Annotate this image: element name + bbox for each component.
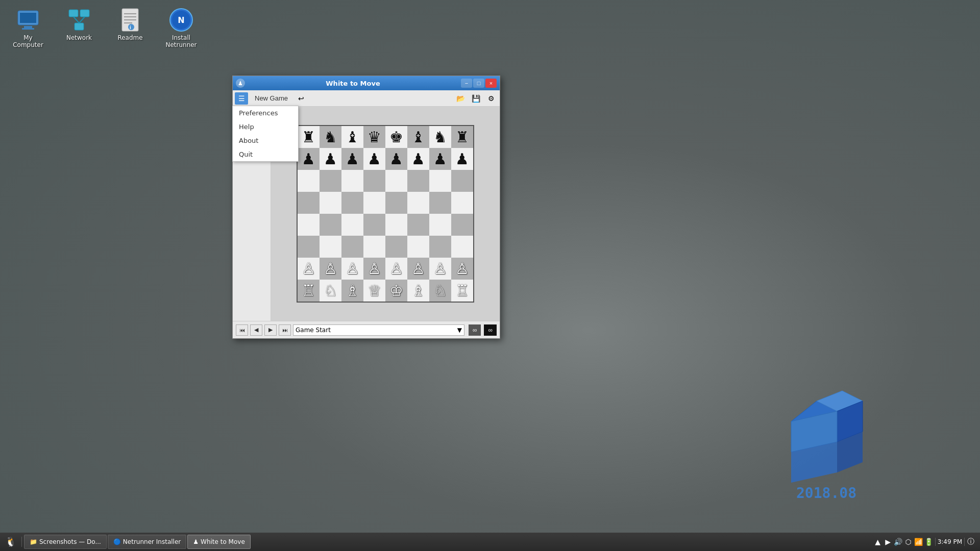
- chess-cell-0-7[interactable]: ♜: [451, 126, 473, 148]
- chess-cell-0-2[interactable]: ♝: [341, 126, 363, 148]
- infinity-button-1[interactable]: ∞: [469, 324, 481, 336]
- chess-cell-4-0[interactable]: [298, 214, 320, 236]
- save-button[interactable]: 💾: [469, 92, 482, 105]
- new-game-button[interactable]: New Game: [250, 92, 292, 105]
- chess-cell-1-6[interactable]: ♟: [429, 148, 451, 170]
- chess-cell-0-3[interactable]: ♛: [363, 126, 385, 148]
- chess-cell-3-4[interactable]: [385, 192, 407, 214]
- chess-cell-5-0[interactable]: [298, 236, 320, 258]
- chess-cell-7-6[interactable]: ♘: [429, 280, 451, 302]
- taskbar-item-chess[interactable]: ♟ White to Move: [187, 535, 251, 549]
- chess-cell-4-2[interactable]: [341, 214, 363, 236]
- chess-cell-7-2[interactable]: ♗: [341, 280, 363, 302]
- window-maximize-button[interactable]: □: [473, 79, 484, 88]
- chess-cell-2-4[interactable]: [385, 170, 407, 192]
- chess-cell-6-3[interactable]: ♙: [363, 258, 385, 280]
- chess-cell-4-7[interactable]: [451, 214, 473, 236]
- chess-cell-0-5[interactable]: ♝: [407, 126, 429, 148]
- desktop-icon-network[interactable]: Network: [56, 5, 102, 51]
- chess-cell-2-6[interactable]: [429, 170, 451, 192]
- chess-cell-7-7[interactable]: ♖: [451, 280, 473, 302]
- chess-cell-7-4[interactable]: ♔: [385, 280, 407, 302]
- infinity-button-2[interactable]: ∞: [484, 324, 497, 336]
- chess-cell-3-5[interactable]: [407, 192, 429, 214]
- menu-item-preferences[interactable]: Preferences: [233, 106, 298, 120]
- chess-cell-6-0[interactable]: ♙: [298, 258, 320, 280]
- chess-cell-5-6[interactable]: [429, 236, 451, 258]
- chess-cell-1-7[interactable]: ♟: [451, 148, 473, 170]
- chess-cell-5-4[interactable]: [385, 236, 407, 258]
- prev-move-button[interactable]: ◀: [250, 324, 262, 336]
- chess-cell-5-3[interactable]: [363, 236, 385, 258]
- last-move-button[interactable]: ⏭: [279, 324, 291, 336]
- chess-cell-1-3[interactable]: ♟: [363, 148, 385, 170]
- window-close-button[interactable]: ×: [485, 79, 497, 88]
- chess-cell-5-7[interactable]: [451, 236, 473, 258]
- chess-cell-0-1[interactable]: ♞: [320, 126, 341, 148]
- chess-cell-1-0[interactable]: ♟: [298, 148, 320, 170]
- taskbar-item-netrunner[interactable]: 🔵 Netrunner Installer: [108, 535, 186, 549]
- chess-cell-4-5[interactable]: [407, 214, 429, 236]
- first-move-button[interactable]: ⏮: [236, 324, 248, 336]
- chess-cell-2-1[interactable]: [320, 170, 341, 192]
- chess-cell-7-3[interactable]: ♕: [363, 280, 385, 302]
- chess-cell-1-5[interactable]: ♟: [407, 148, 429, 170]
- chess-cell-7-0[interactable]: ♖: [298, 280, 320, 302]
- menu-button[interactable]: ☰: [235, 92, 248, 105]
- svg-point-14: [128, 24, 134, 30]
- chess-cell-0-0[interactable]: ♜: [298, 126, 320, 148]
- chess-cell-0-6[interactable]: ♞: [429, 126, 451, 148]
- settings-button[interactable]: ⚙: [484, 92, 498, 105]
- chess-cell-5-5[interactable]: [407, 236, 429, 258]
- taskbar-item-screenshots[interactable]: 📁 Screenshots — Do...: [24, 535, 107, 549]
- chess-cell-2-2[interactable]: [341, 170, 363, 192]
- chess-cell-7-1[interactable]: ♘: [320, 280, 341, 302]
- tray-battery-icon[interactable]: 🔋: [925, 538, 933, 546]
- menu-item-help[interactable]: Help: [233, 120, 298, 134]
- tray-info-icon[interactable]: ⓘ: [967, 538, 975, 546]
- chess-cell-6-2[interactable]: ♙: [341, 258, 363, 280]
- chess-cell-7-5[interactable]: ♗: [407, 280, 429, 302]
- chess-cell-3-6[interactable]: [429, 192, 451, 214]
- chess-cell-2-0[interactable]: [298, 170, 320, 192]
- chess-cell-2-5[interactable]: [407, 170, 429, 192]
- chess-cell-5-1[interactable]: [320, 236, 341, 258]
- hamburger-icon: ☰: [238, 94, 245, 103]
- next-move-button[interactable]: ▶: [264, 324, 277, 336]
- chess-cell-6-7[interactable]: ♙: [451, 258, 473, 280]
- chess-cell-4-6[interactable]: [429, 214, 451, 236]
- menu-item-about[interactable]: About: [233, 134, 298, 147]
- chess-cell-3-3[interactable]: [363, 192, 385, 214]
- chess-cell-3-1[interactable]: [320, 192, 341, 214]
- chess-cell-0-4[interactable]: ♚: [385, 126, 407, 148]
- tray-bluetooth-icon[interactable]: ⬡: [904, 538, 913, 546]
- chess-cell-2-7[interactable]: [451, 170, 473, 192]
- chess-cell-6-5[interactable]: ♙: [407, 258, 429, 280]
- window-minimize-button[interactable]: −: [461, 79, 472, 88]
- chess-cell-1-4[interactable]: ♟: [385, 148, 407, 170]
- position-dropdown[interactable]: Game Start ▼: [293, 324, 464, 336]
- chess-cell-6-4[interactable]: ♙: [385, 258, 407, 280]
- undo-button[interactable]: ↩: [295, 92, 308, 105]
- desktop-icon-my-computer[interactable]: My Computer: [5, 5, 51, 51]
- menu-item-quit[interactable]: Quit: [233, 147, 298, 161]
- open-button[interactable]: 📂: [454, 92, 467, 105]
- chess-cell-2-3[interactable]: [363, 170, 385, 192]
- chess-cell-4-3[interactable]: [363, 214, 385, 236]
- desktop-icon-install-netrunner[interactable]: N Install Netrunner: [158, 5, 204, 51]
- chess-cell-5-2[interactable]: [341, 236, 363, 258]
- chess-cell-4-1[interactable]: [320, 214, 341, 236]
- chess-cell-4-4[interactable]: [385, 214, 407, 236]
- desktop-icon-readme[interactable]: i Readme: [107, 5, 153, 51]
- chess-board[interactable]: ♜♞♝♛♚♝♞♜♟♟♟♟♟♟♟♟♙♙♙♙♙♙♙♙♖♘♗♕♔♗♘♖: [297, 125, 474, 303]
- chess-cell-6-6[interactable]: ♙: [429, 258, 451, 280]
- chess-cell-1-2[interactable]: ♟: [341, 148, 363, 170]
- tray-wifi-icon[interactable]: 📶: [915, 538, 923, 546]
- chess-cell-3-7[interactable]: [451, 192, 473, 214]
- chess-cell-1-1[interactable]: ♟: [320, 148, 341, 170]
- chess-cell-3-2[interactable]: [341, 192, 363, 214]
- chess-cell-6-1[interactable]: ♙: [320, 258, 341, 280]
- tray-speaker-icon[interactable]: 🔊: [894, 538, 902, 546]
- chess-cell-3-0[interactable]: [298, 192, 320, 214]
- taskbar-start-button[interactable]: 🐧: [2, 534, 19, 549]
